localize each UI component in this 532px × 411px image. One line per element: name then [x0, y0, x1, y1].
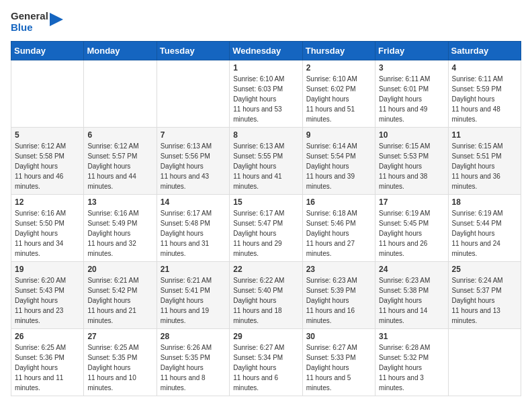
calendar-week-row: 26 Sunrise: 6:25 AM Sunset: 5:36 PM Dayl…	[11, 329, 521, 396]
day-info: Sunrise: 6:25 AM Sunset: 5:35 PM Dayligh…	[87, 342, 152, 393]
day-number: 24	[379, 265, 444, 274]
calendar-day-cell: 20 Sunrise: 6:21 AM Sunset: 5:42 PM Dayl…	[84, 262, 157, 329]
day-info: Sunrise: 6:26 AM Sunset: 5:35 PM Dayligh…	[161, 342, 226, 393]
calendar-day-cell: 22 Sunrise: 6:22 AM Sunset: 5:40 PM Dayl…	[230, 262, 302, 329]
calendar-day-cell: 3 Sunrise: 6:11 AM Sunset: 6:01 PM Dayli…	[375, 60, 448, 128]
calendar-day-cell: 28 Sunrise: 6:26 AM Sunset: 5:35 PM Dayl…	[157, 329, 229, 396]
calendar-day-cell: 26 Sunrise: 6:25 AM Sunset: 5:36 PM Dayl…	[11, 329, 84, 396]
day-info: Sunrise: 6:19 AM Sunset: 5:45 PM Dayligh…	[379, 208, 444, 259]
day-number: 12	[15, 197, 80, 207]
day-info: Sunrise: 6:12 AM Sunset: 5:57 PM Dayligh…	[87, 141, 152, 191]
weekday-header: Tuesday	[157, 42, 229, 60]
day-number: 19	[15, 265, 80, 274]
calendar-header-row: SundayMondayTuesdayWednesdayThursdayFrid…	[11, 42, 521, 60]
calendar-week-row: 12 Sunrise: 6:16 AM Sunset: 5:50 PM Dayl…	[11, 195, 521, 262]
day-info: Sunrise: 6:27 AM Sunset: 5:34 PM Dayligh…	[233, 342, 298, 393]
calendar-day-cell: 7 Sunrise: 6:13 AM Sunset: 5:56 PM Dayli…	[157, 128, 229, 195]
day-number: 13	[87, 197, 152, 207]
weekday-header: Sunday	[11, 42, 84, 60]
calendar-day-cell	[157, 60, 229, 128]
day-number: 7	[161, 130, 226, 140]
day-info: Sunrise: 6:14 AM Sunset: 5:54 PM Dayligh…	[306, 141, 371, 191]
day-number: 28	[161, 332, 226, 341]
calendar-day-cell: 19 Sunrise: 6:20 AM Sunset: 5:43 PM Dayl…	[11, 262, 84, 329]
day-info: Sunrise: 6:11 AM Sunset: 6:01 PM Dayligh…	[379, 74, 444, 124]
day-number: 22	[233, 265, 298, 274]
day-info: Sunrise: 6:24 AM Sunset: 5:37 PM Dayligh…	[452, 275, 517, 326]
day-number: 30	[306, 332, 371, 341]
logo: General Blue	[11, 11, 63, 33]
day-info: Sunrise: 6:13 AM Sunset: 5:55 PM Dayligh…	[233, 141, 298, 191]
calendar-day-cell: 27 Sunrise: 6:25 AM Sunset: 5:35 PM Dayl…	[84, 329, 157, 396]
calendar-day-cell: 15 Sunrise: 6:17 AM Sunset: 5:47 PM Dayl…	[230, 195, 302, 262]
day-number: 8	[233, 130, 298, 140]
calendar-table: SundayMondayTuesdayWednesdayThursdayFrid…	[11, 41, 521, 396]
day-info: Sunrise: 6:23 AM Sunset: 5:39 PM Dayligh…	[306, 275, 371, 326]
day-number: 15	[233, 197, 298, 207]
day-info: Sunrise: 6:13 AM Sunset: 5:56 PM Dayligh…	[161, 141, 226, 191]
day-info: Sunrise: 6:12 AM Sunset: 5:58 PM Dayligh…	[15, 141, 80, 191]
calendar-day-cell: 17 Sunrise: 6:19 AM Sunset: 5:45 PM Dayl…	[375, 195, 448, 262]
calendar-day-cell	[448, 329, 521, 396]
day-number: 10	[379, 130, 444, 140]
day-number: 16	[306, 197, 371, 207]
day-info: Sunrise: 6:11 AM Sunset: 5:59 PM Dayligh…	[452, 74, 517, 124]
calendar-day-cell: 30 Sunrise: 6:27 AM Sunset: 5:33 PM Dayl…	[302, 329, 375, 396]
calendar-day-cell: 29 Sunrise: 6:27 AM Sunset: 5:34 PM Dayl…	[230, 329, 302, 396]
day-number: 1	[233, 63, 298, 73]
day-number: 11	[452, 130, 517, 140]
day-number: 14	[161, 197, 226, 207]
calendar-day-cell: 11 Sunrise: 6:15 AM Sunset: 5:51 PM Dayl…	[448, 128, 521, 195]
calendar-day-cell: 14 Sunrise: 6:17 AM Sunset: 5:48 PM Dayl…	[157, 195, 229, 262]
day-number: 17	[379, 197, 444, 207]
calendar-day-cell: 12 Sunrise: 6:16 AM Sunset: 5:50 PM Dayl…	[11, 195, 84, 262]
day-number: 3	[379, 63, 444, 73]
calendar-day-cell: 9 Sunrise: 6:14 AM Sunset: 5:54 PM Dayli…	[302, 128, 375, 195]
svg-marker-0	[50, 13, 63, 26]
calendar-day-cell: 1 Sunrise: 6:10 AM Sunset: 6:03 PM Dayli…	[230, 60, 302, 128]
calendar-day-cell	[84, 60, 157, 128]
day-info: Sunrise: 6:27 AM Sunset: 5:33 PM Dayligh…	[306, 342, 371, 393]
weekday-header: Thursday	[302, 42, 375, 60]
day-info: Sunrise: 6:16 AM Sunset: 5:50 PM Dayligh…	[15, 208, 80, 259]
calendar-week-row: 1 Sunrise: 6:10 AM Sunset: 6:03 PM Dayli…	[11, 60, 521, 128]
calendar-day-cell: 2 Sunrise: 6:10 AM Sunset: 6:02 PM Dayli…	[302, 60, 375, 128]
logo-wordmark: General Blue	[11, 11, 63, 33]
day-info: Sunrise: 6:28 AM Sunset: 5:32 PM Dayligh…	[379, 342, 444, 393]
day-info: Sunrise: 6:15 AM Sunset: 5:53 PM Dayligh…	[379, 141, 444, 191]
weekday-header: Saturday	[448, 42, 521, 60]
day-info: Sunrise: 6:20 AM Sunset: 5:43 PM Dayligh…	[15, 275, 80, 326]
logo-triangle-icon	[50, 13, 63, 32]
day-number: 18	[452, 197, 517, 207]
day-number: 2	[306, 63, 371, 73]
calendar-day-cell: 31 Sunrise: 6:28 AM Sunset: 5:32 PM Dayl…	[375, 329, 448, 396]
calendar-day-cell: 6 Sunrise: 6:12 AM Sunset: 5:57 PM Dayli…	[84, 128, 157, 195]
calendar-day-cell: 16 Sunrise: 6:18 AM Sunset: 5:46 PM Dayl…	[302, 195, 375, 262]
day-number: 20	[87, 265, 152, 274]
day-info: Sunrise: 6:15 AM Sunset: 5:51 PM Dayligh…	[452, 141, 517, 191]
day-info: Sunrise: 6:21 AM Sunset: 5:42 PM Dayligh…	[87, 275, 152, 326]
calendar-day-cell: 18 Sunrise: 6:19 AM Sunset: 5:44 PM Dayl…	[448, 195, 521, 262]
calendar-week-row: 5 Sunrise: 6:12 AM Sunset: 5:58 PM Dayli…	[11, 128, 521, 195]
day-info: Sunrise: 6:23 AM Sunset: 5:38 PM Dayligh…	[379, 275, 444, 326]
calendar-day-cell: 4 Sunrise: 6:11 AM Sunset: 5:59 PM Dayli…	[448, 60, 521, 128]
weekday-header: Wednesday	[230, 42, 302, 60]
day-number: 6	[87, 130, 152, 140]
day-number: 5	[15, 130, 80, 140]
day-info: Sunrise: 6:16 AM Sunset: 5:49 PM Dayligh…	[87, 208, 152, 259]
day-info: Sunrise: 6:17 AM Sunset: 5:48 PM Dayligh…	[161, 208, 226, 259]
day-number: 31	[379, 332, 444, 341]
day-number: 4	[452, 63, 517, 73]
weekday-header: Friday	[375, 42, 448, 60]
calendar-week-row: 19 Sunrise: 6:20 AM Sunset: 5:43 PM Dayl…	[11, 262, 521, 329]
day-number: 25	[452, 265, 517, 274]
day-info: Sunrise: 6:10 AM Sunset: 6:02 PM Dayligh…	[306, 74, 371, 124]
day-info: Sunrise: 6:19 AM Sunset: 5:44 PM Dayligh…	[452, 208, 517, 259]
calendar-day-cell: 10 Sunrise: 6:15 AM Sunset: 5:53 PM Dayl…	[375, 128, 448, 195]
day-info: Sunrise: 6:10 AM Sunset: 6:03 PM Dayligh…	[233, 74, 298, 124]
day-number: 26	[15, 332, 80, 341]
calendar-day-cell: 13 Sunrise: 6:16 AM Sunset: 5:49 PM Dayl…	[84, 195, 157, 262]
day-info: Sunrise: 6:25 AM Sunset: 5:36 PM Dayligh…	[15, 342, 80, 393]
day-number: 9	[306, 130, 371, 140]
weekday-header: Monday	[84, 42, 157, 60]
